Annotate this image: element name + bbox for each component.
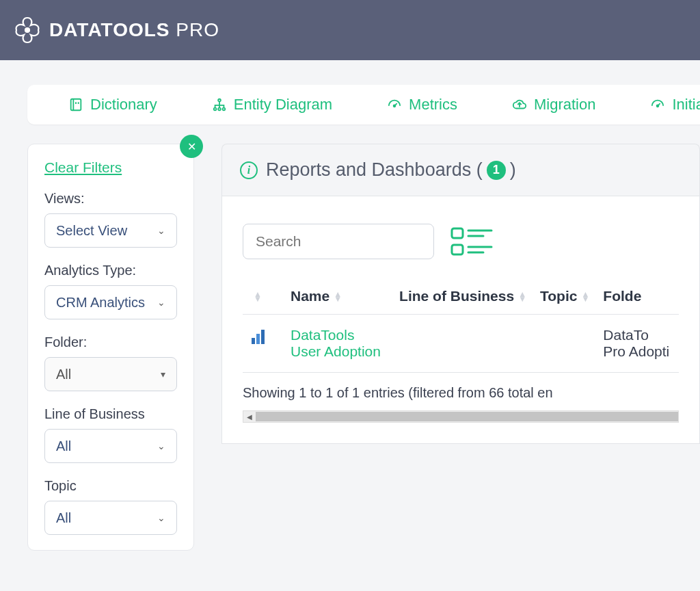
info-icon[interactable]: i [240,161,258,179]
table-footer: Showing 1 to 1 of 1 entries (filtered fr… [243,385,679,401]
panel-body: ▲▼ Name▲▼ Line of Business▲▼ Topic▲▼ Fol… [221,196,700,444]
nav-label: Entity Diagram [234,96,332,114]
filter-panel: ✕ Clear Filters Views: Select View ⌄ Ana… [27,144,194,551]
cloud-icon [512,97,527,112]
brand-logo: DATATOOLS PRO [12,15,219,45]
select-value: CRM Analytics [56,295,145,311]
svg-rect-1 [71,99,81,111]
select-value: Select View [56,223,127,239]
col-topic[interactable]: Topic [540,288,577,304]
svg-rect-15 [256,334,260,344]
brand-name-light: PRO [170,19,219,40]
panel-title: Reports and Dashboards ( 1 ) [266,159,516,181]
nav-label: Dictionary [90,96,157,114]
close-icon: ✕ [187,140,196,153]
col-name[interactable]: Name [291,288,329,304]
table-row: DataTools User Adoption DataTo Pro Adopt… [243,315,679,373]
scroll-left-icon: ◀ [243,413,256,421]
diagram-icon [212,97,227,112]
topic-select[interactable]: All ⌄ [44,501,177,535]
nav-label: Metrics [409,96,457,114]
main-nav: Dictionary Entity Diagram Metrics Migrat… [27,85,700,124]
chevron-down-icon: ⌄ [157,297,165,308]
sort-icon[interactable]: ▲▼ [334,292,342,302]
svg-rect-11 [452,245,463,254]
nav-label: Migration [534,96,595,114]
chevron-down-icon: ⌄ [157,441,165,451]
gauge-icon [650,97,665,112]
cell-folder: DataTo Pro Adopti [596,315,679,373]
toolbar [243,224,679,259]
dictionary-icon [68,97,83,112]
folder-select[interactable]: All ▾ [44,357,177,391]
svg-rect-8 [452,228,463,238]
title-text: Reports and Dashboards ( [266,159,483,181]
lob-label: Line of Business [44,406,177,422]
sort-icon[interactable]: ▲▼ [254,292,262,302]
col-folder[interactable]: Folde [603,288,641,304]
views-select[interactable]: Select View ⌄ [44,213,177,248]
scroll-thumb[interactable] [256,412,678,421]
select-value: All [56,438,71,454]
list-view-icon[interactable] [450,226,494,257]
nav-migration[interactable]: Migration [512,96,595,114]
col-lob[interactable]: Line of Business [399,288,514,304]
cell-lob [392,315,533,373]
folder-label: Folder: [44,334,177,350]
svg-point-4 [218,108,221,111]
svg-point-5 [222,108,225,111]
nav-entity-diagram[interactable]: Entity Diagram [212,96,332,114]
results-table: ▲▼ Name▲▼ Line of Business▲▼ Topic▲▼ Fol… [243,278,679,373]
topic-label: Topic [44,478,177,494]
lob-select[interactable]: All ⌄ [44,429,177,463]
nav-label: Initia [672,96,700,114]
chevron-down-icon: ⌄ [157,512,165,523]
svg-point-2 [218,99,221,102]
select-value: All [56,510,71,526]
svg-point-3 [214,108,217,111]
close-filters-button[interactable]: ✕ [180,135,203,158]
views-label: Views: [44,191,177,207]
main-panel: i Reports and Dashboards ( 1 ) [221,144,700,551]
cell-topic [533,315,596,373]
analytics-type-label: Analytics Type: [44,263,177,278]
svg-rect-14 [252,338,255,344]
analytics-type-select[interactable]: CRM Analytics ⌄ [44,285,177,319]
brand-name-bold: DATATOOLS [49,19,170,40]
gauge-icon [387,97,402,112]
panel-header: i Reports and Dashboards ( 1 ) [221,144,700,196]
app-header: DATATOOLS PRO [0,0,700,60]
svg-point-0 [25,28,29,32]
count-badge: 1 [487,161,506,180]
caret-down-icon: ▾ [161,369,165,380]
nav-dictionary[interactable]: Dictionary [68,96,157,114]
clear-filters-link[interactable]: Clear Filters [44,159,122,175]
chart-icon [250,327,269,346]
search-input[interactable] [243,224,434,259]
chevron-down-icon: ⌄ [157,225,165,236]
select-value: All [56,367,71,382]
horizontal-scrollbar[interactable]: ◀ [243,410,679,423]
sort-icon[interactable]: ▲▼ [581,292,589,302]
logo-icon [12,15,42,45]
report-link[interactable]: DataTools User Adoption [291,327,381,359]
nav-initiatives[interactable]: Initia [650,96,700,114]
sort-icon[interactable]: ▲▼ [518,292,526,302]
nav-metrics[interactable]: Metrics [387,96,457,114]
svg-rect-16 [261,330,265,344]
title-text: ) [510,159,516,181]
